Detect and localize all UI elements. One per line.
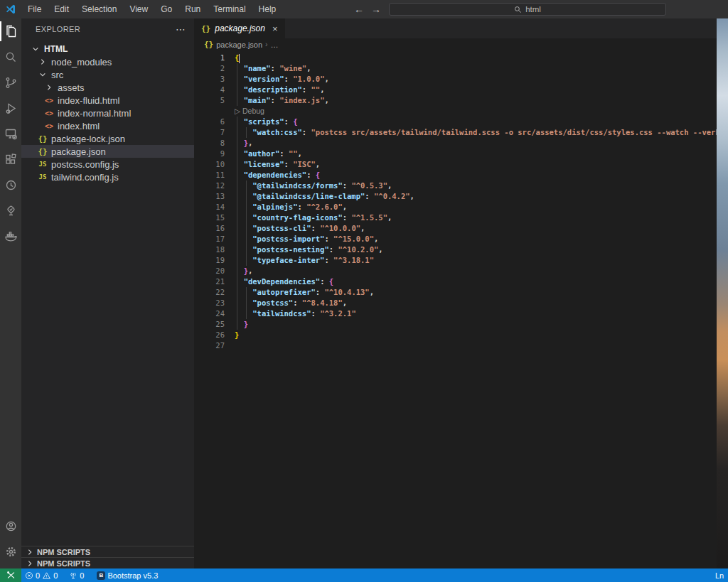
tree-item-html[interactable]: HTML: [21, 43, 194, 55]
code-line[interactable]: 17 "postcss-import": "^15.0.0",: [194, 234, 717, 244]
bootstrap-indicator[interactable]: B Bootstrap v5.3: [93, 568, 161, 582]
menu-file[interactable]: File: [21, 0, 48, 18]
code-text[interactable]: "author": "",: [235, 149, 302, 159]
code-text[interactable]: "license": "ISC",: [235, 159, 320, 170]
tree-item-tailwind-config-js[interactable]: JStailwind.config.js: [21, 171, 194, 183]
code-line[interactable]: 11 "dependencies": {: [194, 170, 717, 180]
code-text[interactable]: "version": "1.0.0",: [235, 74, 329, 85]
activity-source-control-icon[interactable]: [0, 70, 21, 95]
code-text[interactable]: "name": "wine",: [235, 63, 311, 74]
code-line[interactable]: 25 }: [194, 319, 717, 330]
code-line[interactable]: 2 "name": "wine",: [194, 63, 717, 74]
code-line[interactable]: 6 "scripts": {: [194, 117, 717, 127]
activity-accounts-icon[interactable]: [0, 513, 21, 539]
code-text[interactable]: "watch:css": "postcss src/assets/tailwin…: [235, 127, 717, 138]
problems-indicator[interactable]: 0 0: [21, 568, 61, 582]
code-line[interactable]: 3 "version": "1.0.0",: [194, 74, 717, 85]
tree-item-index-fluid-html[interactable]: <>index-fluid.html: [21, 94, 194, 107]
code-text[interactable]: "country-flag-icons": "^1.5.5",: [235, 212, 392, 223]
menu-terminal[interactable]: Terminal: [207, 0, 252, 18]
code-line[interactable]: 22 "autoprefixer": "^10.4.13",: [194, 287, 717, 298]
breadcrumb-more[interactable]: …: [270, 41, 278, 49]
command-center-search[interactable]: html: [389, 3, 666, 16]
code-text[interactable]: },: [235, 138, 252, 149]
activity-settings-icon[interactable]: [0, 539, 21, 564]
code-line[interactable]: 23 "postcss": "^8.4.18",: [194, 298, 717, 308]
tree-item-node-modules[interactable]: node_modules: [21, 55, 194, 68]
code-line[interactable]: 24 "tailwindcss": "^3.2.1": [194, 308, 717, 319]
code-text[interactable]: "devDependencies": {: [235, 276, 333, 287]
code-text[interactable]: "typeface-inter": "^3.18.1": [235, 255, 374, 266]
code-line[interactable]: 20 },: [194, 266, 717, 276]
activity-explorer-icon[interactable]: [0, 18, 21, 44]
code-line[interactable]: 13 "@tailwindcss/line-clamp": "^0.4.2",: [194, 191, 717, 202]
code-line[interactable]: 14 "alpinejs": "^2.6.0",: [194, 202, 717, 212]
menu-run[interactable]: Run: [178, 0, 207, 18]
menu-go[interactable]: Go: [154, 0, 178, 18]
code-line[interactable]: 19 "typeface-inter": "^3.18.1": [194, 255, 717, 266]
activity-remote-explorer-icon[interactable]: [0, 121, 21, 146]
cursor-position[interactable]: Ln: [715, 571, 724, 580]
remote-indicator[interactable]: [0, 568, 21, 582]
tree-item-package-json[interactable]: {}package.json: [21, 145, 194, 158]
code-line[interactable]: 7 "watch:css": "postcss src/assets/tailw…: [194, 127, 717, 138]
tree-item-src[interactable]: src: [21, 68, 194, 81]
nav-forward-icon[interactable]: →: [371, 4, 381, 15]
ellipsis-icon[interactable]: ⋯: [176, 26, 186, 33]
code-line[interactable]: 16 "postcss-cli": "^10.0.0",: [194, 223, 717, 234]
section-npm-scripts-2[interactable]: NPM SCRIPTS: [21, 557, 194, 568]
code-line[interactable]: 1{: [194, 53, 717, 63]
code-text[interactable]: },: [235, 266, 252, 276]
code-line[interactable]: 12 "@tailwindcss/forms": "^0.5.3",: [194, 180, 717, 191]
code-line[interactable]: 4 "description": "",: [194, 85, 717, 95]
code-text[interactable]: {: [235, 53, 240, 63]
close-icon[interactable]: ×: [272, 23, 278, 34]
tree-item-index-html[interactable]: <>index.html: [21, 119, 194, 132]
activity-testing-icon[interactable]: [0, 198, 21, 223]
code-text[interactable]: "@tailwindcss/forms": "^0.5.3",: [235, 180, 392, 191]
tab-package-json[interactable]: {} package.json ×: [194, 18, 285, 38]
tree-item-postcss-config-js[interactable]: JSpostcss.config.js: [21, 158, 194, 171]
code-text[interactable]: }: [235, 330, 239, 340]
code-text[interactable]: "dependencies": {: [235, 170, 320, 180]
activity-extensions-icon[interactable]: [0, 146, 21, 172]
ports-indicator[interactable]: 0: [65, 568, 87, 582]
menu-view[interactable]: View: [123, 0, 154, 18]
breadcrumb[interactable]: {} package.json › …: [194, 38, 717, 50]
activity-docker-icon[interactable]: [0, 223, 21, 249]
code-text[interactable]: "autoprefixer": "^10.4.13",: [235, 287, 374, 298]
code-text[interactable]: "postcss-nesting": "^10.2.0",: [235, 244, 383, 255]
codelens-debug[interactable]: ▷ Debug: [225, 106, 264, 117]
menu-selection[interactable]: Selection: [75, 0, 123, 18]
code-text[interactable]: "description": "",: [235, 85, 324, 95]
code-line[interactable]: 21 "devDependencies": {: [194, 276, 717, 287]
code-text[interactable]: "tailwindcss": "^3.2.1": [235, 308, 356, 319]
nav-back-icon[interactable]: ←: [354, 4, 364, 15]
code-line[interactable]: 8 },: [194, 138, 717, 149]
activity-history-icon[interactable]: [0, 172, 21, 198]
code-text[interactable]: "scripts": {: [235, 117, 298, 127]
tree-item-package-lock-json[interactable]: {}package-lock.json: [21, 132, 194, 145]
tree-item-index-normal-html[interactable]: <>index-normal.html: [21, 107, 194, 119]
code-line[interactable]: 9 "author": "",: [194, 149, 717, 159]
menu-help[interactable]: Help: [252, 0, 283, 18]
breadcrumb-file[interactable]: package.json: [216, 41, 262, 49]
code-line[interactable]: 10 "license": "ISC",: [194, 159, 717, 170]
activity-run-and-debug-icon[interactable]: [0, 95, 21, 121]
code-line[interactable]: 26}: [194, 330, 717, 340]
code-text[interactable]: "@tailwindcss/line-clamp": "^0.4.2",: [235, 191, 414, 202]
code-text[interactable]: "main": "index.js",: [235, 95, 329, 106]
code-text[interactable]: "alpinejs": "^2.6.0",: [235, 202, 347, 212]
codelens-row[interactable]: ▷ Debug: [194, 106, 717, 117]
code-text[interactable]: "postcss-cli": "^10.0.0",: [235, 223, 365, 234]
section-npm-scripts-1[interactable]: NPM SCRIPTS: [21, 546, 194, 557]
code-editor[interactable]: 1{2 "name": "wine",3 "version": "1.0.0",…: [194, 50, 717, 351]
code-line[interactable]: 15 "country-flag-icons": "^1.5.5",: [194, 212, 717, 223]
code-line[interactable]: 27: [194, 340, 717, 351]
tree-item-assets[interactable]: assets: [21, 81, 194, 94]
code-text[interactable]: "postcss-import": "^15.0.0",: [235, 234, 378, 244]
code-text[interactable]: "postcss": "^8.4.18",: [235, 298, 347, 308]
code-line[interactable]: 18 "postcss-nesting": "^10.2.0",: [194, 244, 717, 255]
menu-edit[interactable]: Edit: [48, 0, 75, 18]
code-line[interactable]: 5 "main": "index.js",: [194, 95, 717, 106]
